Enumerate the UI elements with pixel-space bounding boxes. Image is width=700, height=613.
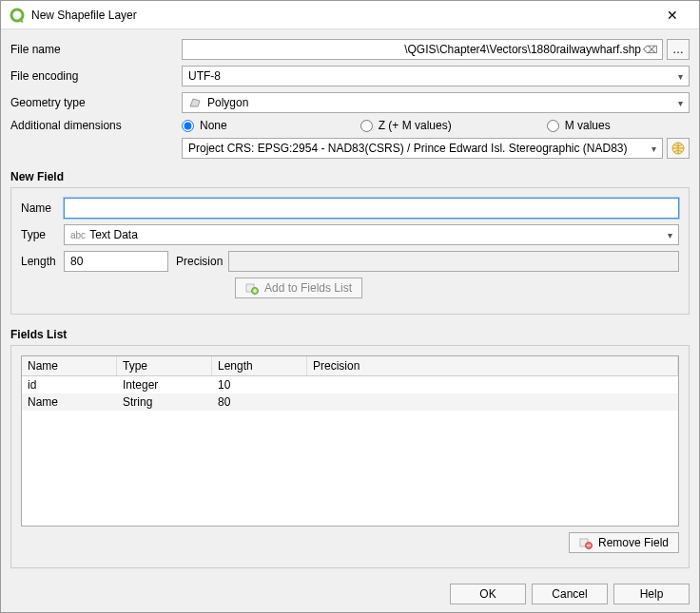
fields-list-section: Fields List — [10, 328, 690, 341]
remove-field-button[interactable]: Remove Field — [569, 532, 679, 553]
table-row[interactable]: Name String 80 — [22, 393, 678, 411]
field-type-value: Text Data — [89, 228, 138, 241]
dim-none-input[interactable] — [182, 120, 194, 132]
chevron-down-icon: ▾ — [651, 144, 656, 154]
cell-name: id — [22, 376, 117, 393]
field-name-label: Name — [21, 201, 64, 215]
file-name-value: \QGIS\Chapter4\Vectors\1880railwaywharf.… — [404, 43, 641, 56]
field-length-input[interactable] — [64, 251, 168, 272]
crs-combo[interactable]: Project CRS: EPSG:2954 - NAD83(CSRS) / P… — [182, 138, 663, 159]
cell-precision — [307, 393, 678, 411]
help-button[interactable]: Help — [613, 584, 690, 604]
th-type[interactable]: Type — [117, 356, 212, 375]
window-title: New Shapefile Layer — [31, 9, 653, 22]
file-name-input[interactable]: \QGIS\Chapter4\Vectors\1880railwaywharf.… — [182, 39, 663, 60]
dialog-buttons: OK Cancel Help — [10, 576, 690, 613]
browse-button[interactable]: … — [667, 39, 690, 60]
file-name-label: File name — [10, 43, 182, 56]
fields-table[interactable]: Name Type Length Precision id Integer 10… — [21, 355, 679, 527]
field-type-combo[interactable]: abc Text Data ▾ — [64, 224, 679, 245]
cell-length: 80 — [212, 393, 307, 411]
th-length[interactable]: Length — [212, 356, 307, 375]
chevron-down-icon: ▾ — [678, 71, 683, 82]
dim-z-input[interactable] — [360, 120, 373, 132]
add-to-fields-button[interactable]: Add to Fields List — [235, 278, 362, 298]
fields-list-group: Name Type Length Precision id Integer 10… — [10, 345, 690, 568]
field-length-label: Length — [21, 255, 64, 268]
cell-precision — [307, 376, 678, 393]
new-field-group: Name Type abc Text Data ▾ Length Precisi… — [10, 187, 690, 315]
table-header: Name Type Length Precision — [22, 356, 678, 376]
geometry-type-combo[interactable]: Polygon ▾ — [182, 92, 690, 113]
globe-icon — [671, 141, 686, 156]
file-encoding-combo[interactable]: UTF-8 ▾ — [182, 66, 690, 86]
cell-type: Integer — [117, 376, 212, 393]
file-encoding-value: UTF-8 — [188, 69, 221, 83]
field-precision-label: Precision — [176, 255, 228, 268]
dim-z-radio[interactable]: Z (+ M values) — [360, 119, 452, 132]
cell-name: Name — [22, 393, 117, 411]
titlebar: New Shapefile Layer ✕ — [1, 1, 699, 29]
new-field-section: New Field — [10, 170, 690, 183]
cell-length: 10 — [212, 376, 307, 393]
field-precision-input — [228, 251, 679, 272]
crs-select-button[interactable] — [667, 138, 690, 159]
svg-marker-2 — [190, 99, 200, 106]
field-type-label: Type — [21, 228, 64, 241]
clear-icon[interactable]: ⌫ — [643, 44, 658, 56]
dim-m-input[interactable] — [547, 120, 559, 132]
app-icon — [9, 7, 26, 24]
dimensions-label: Additional dimensions — [10, 119, 182, 132]
field-name-input[interactable] — [64, 198, 679, 219]
cancel-button[interactable]: Cancel — [532, 584, 608, 604]
chevron-down-icon: ▾ — [668, 230, 672, 240]
dim-none-radio[interactable]: None — [182, 119, 227, 132]
th-name[interactable]: Name — [22, 356, 117, 375]
table-row[interactable]: id Integer 10 — [22, 376, 678, 393]
abc-icon: abc — [70, 230, 86, 240]
cell-type: String — [117, 393, 212, 411]
geometry-type-value: Polygon — [207, 96, 248, 109]
geometry-type-label: Geometry type — [10, 96, 182, 109]
th-precision[interactable]: Precision — [307, 356, 678, 375]
ok-button[interactable]: OK — [450, 584, 526, 604]
crs-value: Project CRS: EPSG:2954 - NAD83(CSRS) / P… — [188, 142, 628, 155]
close-button[interactable]: ✕ — [653, 8, 691, 23]
polygon-icon — [188, 97, 202, 108]
file-encoding-label: File encoding — [10, 69, 182, 83]
remove-icon — [579, 536, 593, 549]
chevron-down-icon: ▾ — [678, 98, 683, 108]
dim-m-radio[interactable]: M values — [547, 119, 611, 132]
add-icon — [245, 281, 259, 295]
